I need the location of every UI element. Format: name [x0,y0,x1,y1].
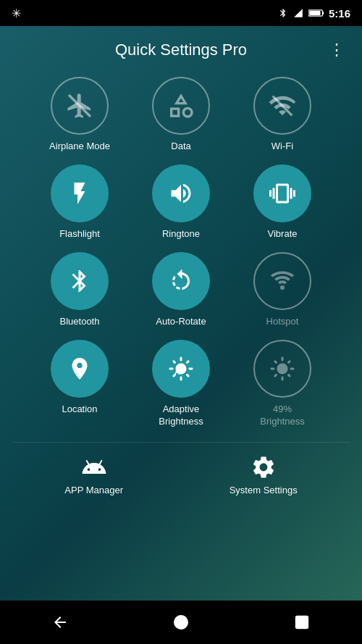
menu-button[interactable]: ⋮ [323,38,350,62]
grid-item-location[interactable]: Location [29,340,130,428]
app-manager-button[interactable]: APP Manager [64,454,123,495]
location-label: Location [62,403,97,416]
hotspot-label: Hotspot [266,316,299,328]
grid-item-data[interactable]: Data [130,77,232,153]
system-settings-label: System Settings [230,485,298,495]
grid-item-hotspot[interactable]: Hotspot [232,252,333,328]
brightness-label: 49%Brightness [260,403,304,428]
recent-apps-button[interactable] [285,605,319,640]
status-left: ✳ [12,7,21,20]
grid-item-vibrate[interactable]: Vibrate [232,164,333,241]
svg-rect-1 [322,12,324,14]
status-bar: ✳ 5:16 [0,0,362,26]
grid-item-airplane-mode[interactable]: Airplane Mode [29,77,130,153]
grid-item-brightness[interactable]: 49%Brightness [232,340,333,428]
wifi-label: Wi-Fi [272,141,293,153]
wifi-circle [253,77,311,135]
bottom-bar: APP Manager System Settings [12,442,350,501]
flashlight-circle [51,164,109,222]
hotspot-circle [253,252,311,310]
snowflake-icon: ✳ [12,7,21,20]
brightness-circle [253,340,311,398]
grid-item-wifi[interactable]: Wi-Fi [232,77,333,153]
bluetooth-status-icon [278,8,288,18]
grid-item-adaptive-brightness[interactable]: A AdaptiveBrightness [130,340,232,428]
flashlight-label: Flashlight [59,228,100,241]
grid-item-bluetooth[interactable]: Bluetooth [29,252,130,328]
svg-rect-2 [309,11,320,15]
system-settings-button[interactable]: System Settings [230,454,298,495]
system-settings-icon [251,454,277,480]
back-button[interactable] [43,605,77,640]
data-circle [152,77,210,135]
main-content: Quick Settings Pro ⋮ Airplane Mode Data … [0,26,362,501]
home-button[interactable] [164,605,198,640]
page-title: Quick Settings Pro [115,41,247,59]
nav-bar [0,601,362,644]
adaptive-brightness-circle: A [152,340,210,398]
app-manager-label: APP Manager [64,485,123,495]
svg-point-6 [174,616,188,629]
airplane-mode-circle [51,77,109,135]
vibrate-label: Vibrate [268,228,298,241]
grid-item-flashlight[interactable]: Flashlight [29,164,130,241]
status-right: 5:16 [278,7,350,20]
grid-item-ringtone[interactable]: Ringtone [130,164,232,241]
location-circle [51,340,109,398]
app-manager-icon [81,454,107,480]
time-display: 5:16 [329,7,350,20]
svg-rect-7 [295,616,308,629]
vibrate-circle [253,164,311,222]
ringtone-label: Ringtone [162,228,200,241]
adaptive-brightness-label: AdaptiveBrightness [159,403,203,428]
battery-icon [308,9,324,17]
data-label: Data [171,141,190,153]
grid-item-auto-rotate[interactable]: Auto-Rotate [130,252,232,328]
auto-rotate-label: Auto-Rotate [156,316,206,328]
settings-grid: Airplane Mode Data Wi-Fi Flashlight [29,77,333,427]
ringtone-circle [152,164,210,222]
header: Quick Settings Pro ⋮ [12,41,350,59]
bluetooth-label: Bluetooth [60,316,100,328]
svg-text:A: A [174,367,180,375]
airplane-mode-label: Airplane Mode [49,141,110,153]
bluetooth-circle [51,252,109,310]
auto-rotate-circle [152,252,210,310]
signal-icon [292,8,304,18]
